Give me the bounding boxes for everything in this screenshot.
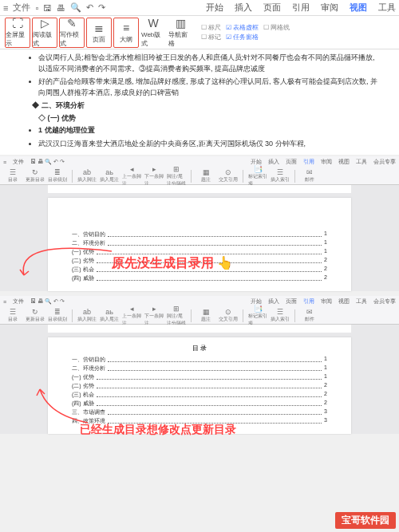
reading-mode-button[interactable]: ▷阅读版式 (32, 18, 57, 48)
document-body[interactable]: 会议周行人员;相智会北酒水惟相旧玲被王日发的各人和庶俑人员;针对不同餐厅也会有不… (0, 49, 399, 155)
sub-tab[interactable]: 会员专享 (373, 298, 396, 305)
update-toc-button[interactable]: ↻更新目录 (26, 168, 45, 183)
insert-endnote-button[interactable]: aь插入尾注 (100, 308, 119, 323)
play-icon: ▷ (41, 17, 49, 30)
save-icon[interactable]: ▫ (35, 3, 38, 13)
toc-button[interactable]: ☰目录 (3, 168, 22, 183)
sub1-page[interactable]: 一、营销目的1二、环境分析1(一) 优势1(二) 劣势2(三) 机会2(四) 威… (48, 198, 351, 291)
insert-index-button[interactable]: ☰插入索引 (271, 168, 290, 183)
index-icon: 📑 (254, 165, 263, 173)
preview-icon[interactable]: 🔍 (70, 2, 81, 13)
caption-button[interactable]: ▦题注 (196, 308, 215, 323)
doc-heading: 1 优越的地理位置 (38, 125, 383, 136)
view-ribbon: ⛶全屏显示 ▷阅读版式 ✎写作模式 ≣页面 ≡大纲 WWeb版式 ▥导航窗格 ☐… (0, 16, 399, 49)
tab-review[interactable]: 审阅 (321, 2, 338, 14)
sub-tab[interactable]: 视图 (338, 158, 350, 166)
sub-tab-reference[interactable]: 引用 (303, 298, 314, 305)
btn-label: 目录级别 (48, 316, 67, 323)
next-icon: ▸ (152, 165, 156, 173)
sub-tab[interactable]: 工具 (356, 158, 367, 166)
prev-footnote-button[interactable]: ◂上一条脚注 (122, 305, 141, 327)
nav-pane-button[interactable]: ▥导航窗格 (168, 18, 193, 48)
web-view-button[interactable]: WWeb版式 (140, 18, 166, 48)
file-menu[interactable]: 文件 (13, 2, 30, 14)
undo-icon[interactable]: ↶ (86, 2, 93, 13)
sub1-topbar: ≡ 文件 🖫 🖶 🔍 ↶ ↷ 开始 插入 页面 引用 审阅 视图 工具 会员专享 (0, 156, 399, 167)
btn-label: 题注 (201, 176, 211, 183)
btn-label: 交叉引用 (219, 316, 238, 323)
toc-entry[interactable]: (四) 威胁2 (72, 274, 327, 282)
sub-tab[interactable]: 会员专享 (373, 158, 396, 166)
sub-tab[interactable]: 视图 (338, 298, 350, 305)
mark-index-button[interactable]: 📑标记索引项 (248, 305, 267, 327)
prev-footnote-button[interactable]: ◂上一条脚注 (122, 165, 141, 187)
markers-check[interactable]: ☐ 标记 (201, 33, 221, 41)
sub2-ribbon: ☰目录 ↻更新目录 ≣目录级别 ab插入脚注 aь插入尾注 ◂上一条脚注 ▸下一… (0, 307, 399, 325)
save2-icon[interactable]: 🖫 (43, 3, 52, 13)
sub-tab[interactable]: 审阅 (321, 298, 332, 305)
next-footnote-button[interactable]: ▸下一条脚注 (144, 305, 164, 327)
tab-reference[interactable]: 引用 (292, 2, 310, 14)
sub-tab[interactable]: 插入 (268, 158, 279, 166)
mark-index-button[interactable]: 📑标记索引项 (248, 165, 267, 187)
taskpane-check[interactable]: ☑ 任务窗格 (226, 33, 259, 41)
insert-endnote-button[interactable]: aь插入尾注 (100, 168, 119, 183)
sub-menu-icon[interactable]: ≡ (3, 160, 6, 165)
menu-icon[interactable]: ≡ (3, 3, 8, 13)
btn-label: 阅读版式 (33, 30, 57, 48)
sub-quick-icons[interactable]: 🖫 🖶 🔍 ↶ ↷ (30, 298, 65, 305)
expand-icon: ⛶ (12, 17, 23, 30)
insert-footnote-button[interactable]: ab插入脚注 (77, 168, 97, 183)
print-icon[interactable]: 🖶 (57, 3, 65, 13)
footnote-sep-button[interactable]: ⊞脚注/尾注分隔线 (167, 305, 186, 327)
sub-file-menu[interactable]: 文件 (13, 158, 24, 166)
sub-tab[interactable]: 插入 (268, 298, 279, 305)
topbar-icons: ≡ 文件 ▫ 🖫 🖶 🔍 ↶ ↷ (3, 2, 105, 14)
sub-tab[interactable]: 审阅 (321, 158, 332, 166)
writing-mode-button[interactable]: ✎写作模式 (59, 18, 85, 48)
mail-button[interactable]: ✉邮件 (300, 308, 319, 323)
gridlines-check[interactable]: ☐ 网格线 (263, 23, 290, 32)
tab-start[interactable]: 开始 (206, 2, 223, 14)
toc-level-button[interactable]: ≣目录级别 (48, 308, 67, 323)
endnote-icon: aь (105, 308, 113, 316)
level-icon: ≣ (54, 308, 61, 316)
crossref-button[interactable]: ⊙交叉引用 (219, 168, 238, 183)
insert-footnote-button[interactable]: ab插入脚注 (77, 308, 97, 323)
fullscreen-button[interactable]: ⛶全屏显示 (5, 18, 30, 48)
tableframe-check[interactable]: ☑ 表格虚框 (226, 23, 259, 32)
doc-paragraph: 会议周行人员;相智会北酒水惟相旧玲被王日发的各人和庶俑人员;针对不同餐厅也会有不… (38, 53, 383, 74)
tab-page[interactable]: 页面 (263, 2, 281, 14)
sub-file-menu[interactable]: 文件 (13, 298, 24, 305)
insertidx-icon: ☰ (277, 308, 283, 316)
insert-index-button[interactable]: ☰插入索引 (271, 308, 290, 323)
update-toc-button[interactable]: ↻更新目录 (26, 308, 45, 323)
crossref-button[interactable]: ⊙交叉引用 (219, 308, 238, 323)
toc-level-button[interactable]: ≣目录级别 (48, 168, 67, 183)
footnote-sep-button[interactable]: ⊞脚注/尾注分隔线 (167, 165, 186, 187)
next-footnote-button[interactable]: ▸下一条脚注 (144, 165, 164, 187)
ruler-check[interactable]: ☐ 标尺 (201, 23, 221, 32)
sub-menu-icon[interactable]: ≡ (3, 299, 6, 305)
sub-quick-icons[interactable]: 🖫 🖶 🔍 ↶ ↷ (30, 159, 65, 165)
page-view-button[interactable]: ≣页面 (86, 18, 112, 48)
caption-button[interactable]: ▦题注 (196, 168, 215, 183)
redo-icon[interactable]: ↷ (98, 2, 105, 13)
btn-label: 插入索引 (271, 176, 290, 183)
tab-insert[interactable]: 插入 (235, 2, 252, 14)
sub-tab-reference[interactable]: 引用 (303, 158, 314, 166)
sub-tab[interactable]: 工具 (356, 298, 367, 305)
btn-label: 目录 (8, 176, 18, 183)
sub-tab[interactable]: 页面 (286, 158, 297, 166)
page-icon: ≣ (94, 22, 104, 34)
outline-button[interactable]: ≡大纲 (113, 18, 139, 48)
watermark-badge: 宝哥软件园 (335, 512, 396, 529)
tab-view[interactable]: 视图 (350, 2, 367, 14)
sub-tab[interactable]: 页面 (286, 298, 297, 305)
btn-label: 插入尾注 (100, 176, 119, 183)
mail-button[interactable]: ✉邮件 (300, 168, 319, 183)
sub2-page[interactable]: 目 录 一、营销目的1二、环境分析1(一) 优势1(二) 劣势2(三) 机会2(… (48, 337, 351, 434)
tab-tools[interactable]: 工具 (378, 2, 396, 14)
toc-button[interactable]: ☰目录 (3, 308, 22, 323)
doc-heading: ◆ 二、环境分析 (32, 100, 383, 112)
